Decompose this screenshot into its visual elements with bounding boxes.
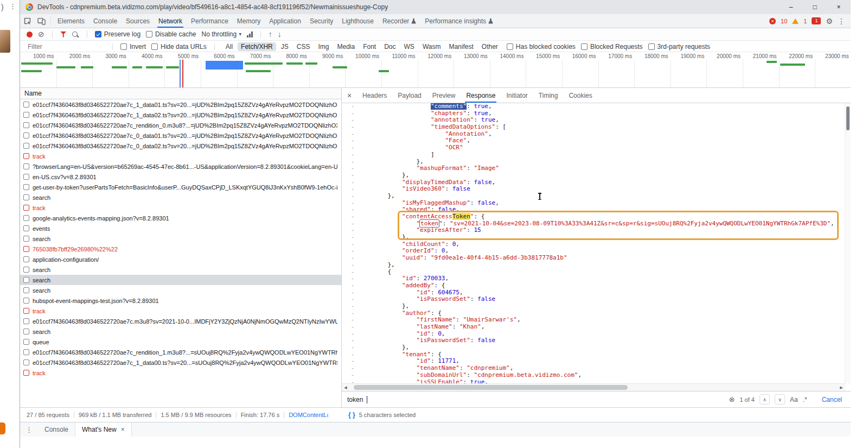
request-row[interactable]: search: [20, 275, 341, 285]
fold-marker[interactable]: -: [349, 282, 356, 289]
fold-marker[interactable]: -: [349, 234, 356, 241]
fold-marker[interactable]: -: [349, 144, 356, 152]
request-row[interactable]: search: [20, 192, 341, 203]
fold-marker[interactable]: -: [349, 172, 356, 179]
device-toolbar-icon[interactable]: [34, 14, 48, 28]
close-tab-icon[interactable]: ×: [121, 426, 125, 433]
request-row[interactable]: hubspot-event-mappings-test.json?v=8.2.8…: [20, 295, 341, 306]
fold-marker[interactable]: -: [349, 255, 356, 262]
invert-checkbox[interactable]: Invert: [120, 43, 146, 51]
fold-marker[interactable]: -: [349, 193, 356, 200]
fold-marker[interactable]: -: [349, 165, 356, 172]
has-blocked-cookies-checkbox[interactable]: Has blocked cookies: [507, 43, 576, 51]
request-row[interactable]: e01ccf7f4360463f8d0346522720ae7c_1_data0…: [20, 99, 341, 110]
clear-search-icon[interactable]: ⊗: [729, 395, 735, 403]
request-checkbox[interactable]: [23, 246, 29, 252]
request-checkbox[interactable]: [23, 215, 29, 221]
tab-sources[interactable]: Sources: [122, 14, 154, 28]
filter-pill-fetch-xhr[interactable]: Fetch/XHR: [238, 42, 276, 51]
maximize-button[interactable]: □: [803, 0, 827, 14]
request-row[interactable]: search: [20, 234, 341, 244]
filter-pill-ws[interactable]: WS: [401, 42, 418, 51]
throttling-dropdown[interactable]: No throttling ▾: [201, 30, 241, 38]
disable-cache-checkbox[interactable]: Disable cache: [146, 30, 196, 38]
request-row[interactable]: search: [20, 326, 341, 337]
request-checkbox[interactable]: [23, 184, 29, 190]
close-detail-button[interactable]: ×: [342, 88, 357, 103]
scroll-left-arrow-icon[interactable]: ◀: [342, 386, 349, 390]
fold-marker[interactable]: -: [349, 365, 356, 372]
request-checkbox[interactable]: [23, 267, 29, 273]
drawer-menu-icon[interactable]: ⋮: [20, 422, 38, 437]
request-checkbox[interactable]: [23, 194, 29, 200]
tab-timing[interactable]: Timing: [533, 88, 564, 103]
scrollbar-track[interactable]: [349, 384, 838, 391]
request-row[interactable]: get-user-by-token?userPartsToFetch=Basic…: [20, 182, 341, 192]
next-match-button[interactable]: ∨: [775, 394, 785, 405]
filter-pill-css[interactable]: CSS: [293, 42, 314, 51]
fold-marker[interactable]: -: [349, 344, 356, 351]
filter-pill-doc[interactable]: Doc: [381, 42, 399, 51]
request-checkbox[interactable]: [23, 277, 29, 283]
import-har-icon[interactable]: ↑: [269, 30, 272, 38]
issues-badge[interactable]: 1: [812, 17, 821, 24]
request-row[interactable]: e01ccf7f4360463f8d0346522720ae7c_1_data0…: [20, 110, 341, 120]
fold-marker[interactable]: -: [349, 124, 356, 131]
request-checkbox[interactable]: [23, 225, 29, 231]
close-button[interactable]: ×: [827, 0, 851, 14]
filter-pill-all[interactable]: All: [222, 42, 236, 51]
request-checkbox[interactable]: [23, 174, 29, 180]
third-party-requests-checkbox[interactable]: 3rd-party requests: [648, 43, 710, 51]
fold-marker[interactable]: -: [349, 303, 356, 310]
record-button[interactable]: [27, 31, 33, 37]
request-row[interactable]: events: [20, 223, 341, 234]
request-row[interactable]: 765038fb7bff29e26980%22%22: [20, 244, 341, 254]
request-checkbox[interactable]: [23, 298, 29, 304]
request-checkbox[interactable]: [23, 318, 29, 324]
request-row[interactable]: e01ccf7f4360463f8d0346522720ae7c_1_data0…: [20, 357, 341, 368]
filter-icon[interactable]: [60, 31, 67, 37]
request-checkbox[interactable]: [23, 153, 29, 159]
request-checkbox[interactable]: [23, 370, 29, 376]
request-row[interactable]: track: [20, 306, 341, 316]
request-checkbox[interactable]: [23, 359, 29, 365]
tab-memory[interactable]: Memory: [233, 14, 265, 28]
scrollbar-thumb[interactable]: [354, 385, 628, 390]
clear-network-log-icon[interactable]: ⊘: [38, 30, 44, 38]
request-checkbox[interactable]: [23, 122, 29, 128]
network-conditions-icon[interactable]: [247, 31, 253, 37]
tab-headers[interactable]: Headers: [357, 88, 392, 103]
error-badge-icon[interactable]: [769, 18, 776, 24]
request-checkbox[interactable]: [23, 102, 29, 108]
fold-marker[interactable]: -: [349, 379, 356, 384]
export-har-icon[interactable]: ↓: [278, 30, 282, 38]
vertical-scrollbar[interactable]: [845, 103, 851, 383]
filter-pill-media[interactable]: Media: [334, 42, 358, 51]
tab-application[interactable]: Application: [265, 14, 305, 28]
scrollbar-thumb[interactable]: [846, 106, 850, 130]
request-checkbox[interactable]: [23, 329, 29, 335]
request-checkbox[interactable]: [23, 143, 29, 149]
fold-marker[interactable]: -: [349, 152, 356, 159]
request-row[interactable]: search: [20, 264, 341, 275]
minimize-button[interactable]: –: [779, 0, 803, 14]
hide-data-urls-checkbox[interactable]: Hide data URLs: [151, 43, 207, 51]
drawer-tab-whats-new[interactable]: What's New ×: [75, 422, 132, 437]
find-input[interactable]: [347, 396, 367, 403]
request-row[interactable]: google-analytics-events-mapping.json?v=8…: [20, 213, 341, 223]
tab-performance-insights[interactable]: Performance insights: [420, 14, 497, 28]
name-column-header[interactable]: Name: [24, 90, 42, 97]
request-row[interactable]: track: [20, 203, 341, 213]
fold-marker[interactable]: -: [349, 275, 356, 282]
fold-marker[interactable]: -: [349, 103, 356, 110]
request-row[interactable]: search: [20, 285, 341, 295]
drawer-tab-console[interactable]: Console: [38, 422, 75, 437]
tab-response[interactable]: Response: [461, 88, 501, 103]
previous-match-button[interactable]: ∧: [760, 394, 770, 405]
settings-gear-icon[interactable]: ⚙: [826, 17, 833, 26]
filter-pill-wasm[interactable]: Wasm: [419, 42, 444, 51]
tab-security[interactable]: Security: [305, 14, 337, 28]
blocked-requests-checkbox[interactable]: Blocked Requests: [581, 43, 643, 51]
regex-toggle[interactable]: .*: [803, 396, 807, 403]
tab-initiator[interactable]: Initiator: [501, 88, 533, 103]
